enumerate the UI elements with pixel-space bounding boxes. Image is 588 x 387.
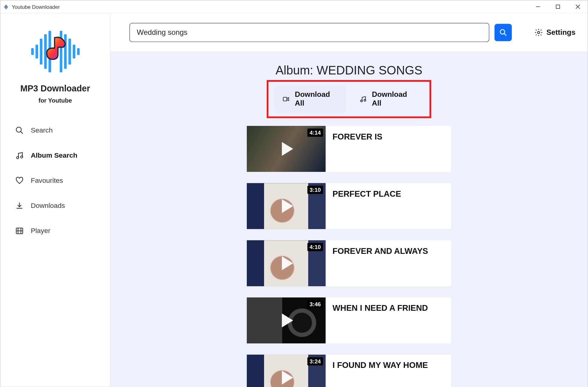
svg-rect-7: [44, 34, 47, 69]
nav-label: Favourites: [31, 177, 63, 185]
duration-badge: 3:10: [307, 186, 323, 194]
svg-rect-10: [64, 34, 67, 69]
result-title: I FOUND MY WAY HOME: [326, 355, 451, 387]
maximize-button[interactable]: [548, 0, 568, 13]
nav-label: Downloads: [31, 202, 65, 210]
film-icon: [15, 227, 24, 235]
window-title: Youtube Downloader: [12, 4, 60, 10]
header: Settings: [110, 13, 588, 51]
svg-line-23: [504, 34, 507, 36]
svg-rect-4: [31, 48, 34, 55]
svg-rect-5: [35, 44, 38, 58]
music-icon: [15, 151, 24, 160]
svg-rect-12: [73, 44, 75, 58]
music-icon: [359, 95, 367, 103]
nav-label: Album Search: [31, 152, 77, 159]
video-icon: [282, 95, 289, 103]
download-icon: [15, 202, 24, 210]
search-icon: [15, 126, 24, 135]
brand-title: MP3 Downloader: [20, 84, 90, 93]
result-card[interactable]: 3:10 PERFECT PLACE: [247, 183, 451, 229]
result-title: FOREVER IS: [326, 126, 451, 172]
content: Album: WEDDING SONGS Download All Downlo…: [110, 51, 588, 387]
duration-badge: 3:24: [307, 357, 323, 366]
svg-point-24: [537, 31, 540, 34]
gear-icon: [534, 28, 543, 37]
download-all-video-label: Download All: [295, 90, 339, 108]
svg-point-17: [21, 156, 23, 158]
brand-subtitle: for Youtube: [38, 97, 72, 104]
thumbnail[interactable]: 3:46: [247, 297, 326, 343]
play-icon: [282, 256, 293, 270]
svg-rect-25: [283, 97, 287, 101]
nav-player[interactable]: Player: [0, 218, 110, 243]
window-controls: [528, 0, 588, 13]
nav: Search Album Search Favourites Downloads…: [0, 118, 110, 243]
svg-rect-13: [77, 48, 80, 55]
download-all-audio-button[interactable]: Download All: [352, 86, 423, 112]
duration-badge: 3:46: [307, 300, 323, 308]
result-card[interactable]: 3:46 WHEN I NEED A FRIEND: [247, 297, 451, 343]
brand-logo: [29, 25, 81, 77]
thumbnail[interactable]: 4:14: [247, 126, 326, 172]
search-input[interactable]: [129, 23, 489, 42]
svg-line-15: [21, 131, 23, 133]
nav-favourites[interactable]: Favourites: [0, 168, 110, 193]
svg-point-14: [16, 127, 21, 132]
results-list: 4:14 FOREVER IS 3:10 PERFECT PLACE 4:10 …: [247, 126, 451, 387]
nav-label: Search: [31, 126, 53, 134]
album-heading: Album: WEDDING SONGS: [110, 64, 588, 77]
result-card[interactable]: 4:14 FOREVER IS: [247, 126, 451, 172]
svg-rect-11: [68, 38, 71, 64]
nav-album-search[interactable]: Album Search: [0, 143, 110, 168]
duration-badge: 4:14: [307, 129, 323, 137]
sidebar: MP3 Downloader for Youtube Search Album …: [0, 13, 110, 387]
close-button[interactable]: [568, 0, 588, 13]
play-icon: [282, 142, 293, 156]
nav-search[interactable]: Search: [0, 118, 110, 143]
heart-icon: [15, 176, 24, 185]
result-title: WHEN I NEED A FRIEND: [326, 297, 451, 343]
app-window: Youtube Downloader: [0, 0, 588, 387]
nav-label: Player: [31, 227, 51, 235]
svg-point-22: [500, 30, 505, 34]
search-button[interactable]: [495, 24, 512, 41]
duration-badge: 4:10: [307, 243, 323, 251]
settings-button[interactable]: Settings: [534, 28, 575, 37]
settings-label: Settings: [546, 28, 575, 37]
thumbnail[interactable]: 4:10: [247, 240, 326, 286]
result-card[interactable]: 3:24 I FOUND MY WAY HOME: [247, 355, 451, 387]
download-all-audio-label: Download All: [372, 90, 416, 108]
download-all-video-button[interactable]: Download All: [275, 86, 345, 112]
minimize-button[interactable]: [528, 0, 548, 13]
svg-rect-9: [60, 31, 62, 72]
svg-rect-1: [556, 5, 560, 8]
download-all-highlight: Download All Download All: [267, 80, 431, 118]
thumbnail[interactable]: 3:24: [247, 355, 326, 387]
main: Settings Album: WEDDING SONGS Download A…: [110, 13, 588, 387]
titlebar: Youtube Downloader: [0, 0, 587, 13]
play-icon: [282, 313, 293, 327]
nav-downloads[interactable]: Downloads: [0, 193, 110, 218]
svg-point-27: [364, 100, 366, 101]
result-title: FOREVER AND ALWAYS: [326, 240, 451, 286]
result-title: PERFECT PLACE: [326, 183, 451, 229]
app-icon: [3, 4, 9, 10]
play-icon: [282, 371, 293, 385]
svg-rect-6: [40, 38, 42, 64]
result-card[interactable]: 4:10 FOREVER AND ALWAYS: [247, 240, 451, 286]
titlebar-left: Youtube Downloader: [3, 4, 60, 10]
svg-point-26: [361, 100, 362, 102]
thumbnail[interactable]: 3:10: [247, 183, 326, 229]
play-icon: [282, 199, 293, 213]
search-icon: [499, 28, 507, 36]
